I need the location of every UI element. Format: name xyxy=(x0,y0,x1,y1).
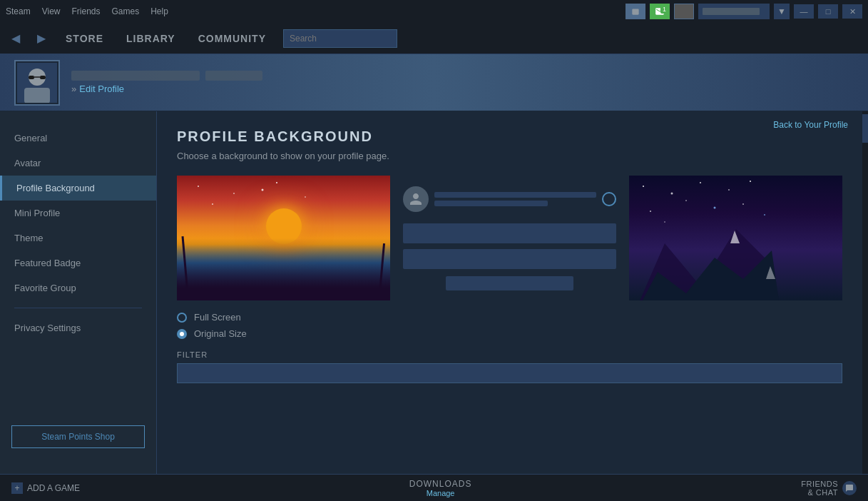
sidebar-item-general[interactable]: General xyxy=(0,126,156,151)
mountain-svg xyxy=(629,201,842,300)
svg-rect-3 xyxy=(29,76,34,79)
friends-chat-label: FRIENDS& CHAT xyxy=(801,480,838,497)
preview-bar-2 xyxy=(434,201,548,206)
sidebar-nav: General Avatar Profile Background Mini P… xyxy=(0,126,156,340)
close-button[interactable]: ✕ xyxy=(842,4,862,19)
sidebar: General Avatar Profile Background Mini P… xyxy=(0,111,157,474)
preview-circle xyxy=(602,192,616,206)
edit-profile-link[interactable]: Edit Profile xyxy=(79,84,124,94)
stars-svg xyxy=(177,176,390,300)
background-item-profile-preview[interactable] xyxy=(394,176,625,300)
sidebar-item-privacy[interactable]: Privacy Settings xyxy=(0,315,156,340)
svg-point-16 xyxy=(750,181,751,182)
size-option-original[interactable]: Original Size xyxy=(177,328,842,339)
add-game-label: ADD A GAME xyxy=(27,483,80,493)
svg-point-6 xyxy=(198,186,199,187)
radio-original[interactable] xyxy=(177,329,187,339)
panel-content: PROFILE BACKGROUND Choose a background t… xyxy=(157,111,862,400)
preview-avatar xyxy=(403,186,429,212)
user-avatar-title[interactable] xyxy=(674,4,694,19)
sidebar-item-avatar[interactable]: Avatar xyxy=(0,151,156,176)
steam-notification-btn[interactable] xyxy=(626,4,645,19)
back-to-profile-link[interactable]: Back to Your Profile xyxy=(773,120,848,130)
bottom-bar: + ADD A GAME DOWNLOADS Manage FRIENDS& C… xyxy=(0,474,868,501)
panel-subtitle: Choose a background to show on your prof… xyxy=(177,151,842,161)
preview-section-1 xyxy=(403,223,616,243)
size-original-label: Original Size xyxy=(194,328,247,339)
panel-title: PROFILE BACKGROUND xyxy=(177,128,842,145)
background-gallery xyxy=(177,176,842,300)
avatar-image xyxy=(16,61,58,104)
sidebar-item-mini-profile[interactable]: Mini Profile xyxy=(0,201,156,226)
preview-section-3 xyxy=(446,276,573,290)
sidebar-bottom: Steam Points Shop xyxy=(0,425,156,460)
title-icon-btn[interactable]: ▼ xyxy=(774,4,790,19)
add-game-button[interactable]: + ADD A GAME xyxy=(11,482,80,494)
username-blur-2 xyxy=(205,71,262,81)
chat-icon xyxy=(842,481,857,495)
svg-point-11 xyxy=(262,189,264,191)
maximize-button[interactable]: □ xyxy=(818,4,838,19)
palms-svg xyxy=(177,226,390,300)
minimize-button[interactable]: — xyxy=(794,4,814,19)
steam-menu: Steam View Friends Games Help xyxy=(6,6,168,16)
preview-section-2 xyxy=(403,249,616,269)
sidebar-divider xyxy=(14,308,142,308)
svg-point-13 xyxy=(671,193,673,195)
scroll-indicator[interactable] xyxy=(862,111,868,474)
background-item-mountain[interactable] xyxy=(629,176,842,300)
title-bar: Steam View Friends Games Help 1 ▼ — □ ✕ xyxy=(0,0,868,23)
mail-notification-btn[interactable]: 1 xyxy=(650,4,670,19)
user-name-title xyxy=(698,4,770,19)
menu-help[interactable]: Help xyxy=(150,6,168,16)
scroll-thumb[interactable] xyxy=(862,114,868,143)
palm-left-decoration xyxy=(182,236,189,293)
filter-section: FILTER xyxy=(177,350,842,383)
svg-point-7 xyxy=(233,193,235,194)
background-item-sunset[interactable] xyxy=(177,176,390,300)
search-input[interactable] xyxy=(283,29,397,48)
filter-input[interactable] xyxy=(177,363,842,383)
filter-label: FILTER xyxy=(177,350,842,359)
downloads-manage-link[interactable]: Manage xyxy=(409,489,472,497)
tab-community[interactable]: COMMUNITY xyxy=(193,30,272,47)
sidebar-item-theme[interactable]: Theme xyxy=(0,226,156,250)
forward-arrow[interactable]: ▶ xyxy=(34,29,48,48)
svg-point-8 xyxy=(276,182,277,183)
sidebar-item-featured-badge[interactable]: Featured Badge xyxy=(0,250,156,275)
nav-bar: ◀ ▶ STORE LIBRARY COMMUNITY xyxy=(0,23,868,54)
menu-view[interactable]: View xyxy=(42,6,61,16)
palm-right-decoration xyxy=(379,243,385,293)
title-bar-right: 1 ▼ — □ ✕ xyxy=(626,4,862,19)
main-content: » Edit Profile General Avatar Profile Ba… xyxy=(0,54,868,474)
back-arrow[interactable]: ◀ xyxy=(9,29,23,48)
downloads-label: DOWNLOADS xyxy=(409,479,472,489)
svg-point-14 xyxy=(700,182,701,183)
username-blur-1 xyxy=(71,71,200,81)
title-bar-left: Steam View Friends Games Help xyxy=(6,6,168,16)
tab-store[interactable]: STORE xyxy=(60,30,109,47)
svg-point-10 xyxy=(212,203,213,205)
steam-points-shop-button[interactable]: Steam Points Shop xyxy=(11,425,145,448)
edit-profile-prefix: » xyxy=(71,84,76,94)
svg-point-9 xyxy=(305,196,306,198)
size-fullscreen-label: Full Screen xyxy=(194,312,241,323)
content-area: General Avatar Profile Background Mini P… xyxy=(0,111,868,474)
size-options: Full Screen Original Size xyxy=(177,312,842,339)
svg-point-15 xyxy=(728,189,730,191)
tab-library[interactable]: LIBRARY xyxy=(121,30,181,47)
svg-point-12 xyxy=(643,186,644,187)
size-option-fullscreen[interactable]: Full Screen xyxy=(177,312,842,323)
sidebar-item-favorite-group[interactable]: Favorite Group xyxy=(0,275,156,300)
main-panel[interactable]: Back to Your Profile PROFILE BACKGROUND … xyxy=(157,111,862,474)
sidebar-item-profile-background[interactable]: Profile Background xyxy=(0,176,156,201)
radio-fullscreen[interactable] xyxy=(177,313,187,323)
preview-bar-1 xyxy=(434,192,596,198)
menu-friends[interactable]: Friends xyxy=(71,6,100,16)
friends-chat-button[interactable]: FRIENDS& CHAT xyxy=(801,480,857,497)
menu-steam[interactable]: Steam xyxy=(6,6,31,16)
downloads-section: DOWNLOADS Manage xyxy=(409,479,472,497)
profile-header: » Edit Profile xyxy=(0,54,868,111)
plus-icon: + xyxy=(11,482,23,494)
menu-games[interactable]: Games xyxy=(112,6,140,16)
